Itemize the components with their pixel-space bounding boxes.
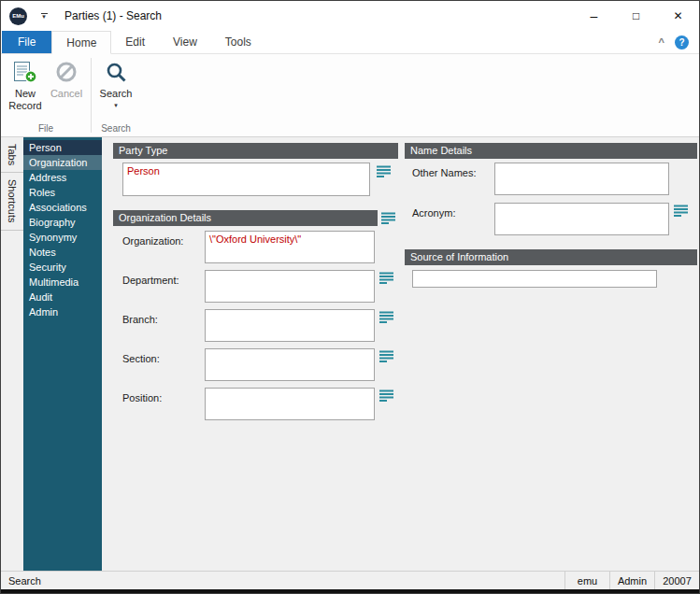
- sidebar-item-multimedia[interactable]: Multimedia: [23, 275, 102, 290]
- source-of-information-input[interactable]: [412, 270, 657, 288]
- field-row-position: Position:: [113, 388, 398, 421]
- field-row-department: Department:: [113, 270, 398, 304]
- status-cell-port: 20007: [654, 572, 699, 589]
- field-row-acronym: Acronym:: [405, 203, 697, 236]
- window-bottom-edge: [1, 589, 699, 593]
- acronym-label: Acronym:: [412, 207, 455, 219]
- sidebar-item-biography[interactable]: Biography: [23, 215, 102, 230]
- help-icon[interactable]: ?: [675, 35, 689, 50]
- lookup-list-icon[interactable]: [379, 350, 393, 362]
- sidebar-item-roles[interactable]: Roles: [23, 185, 102, 200]
- ribbon-body: New Record Cancel File: [1, 54, 699, 137]
- department-input[interactable]: [205, 270, 375, 303]
- sidebar-item-person[interactable]: Person: [23, 140, 102, 155]
- status-mode: Search: [1, 572, 41, 589]
- new-record-icon: [13, 61, 37, 85]
- organization-input[interactable]: \"Oxford University\": [205, 231, 375, 263]
- other-names-label: Other Names:: [412, 167, 476, 178]
- ribbon-tab-row: File Home Edit View Tools ^ ?: [1, 31, 699, 54]
- sidebar-item-admin[interactable]: Admin: [23, 304, 102, 319]
- section-label: Section:: [122, 353, 160, 364]
- section-header-source-of-information: Source of Information: [405, 249, 697, 265]
- ribbon-group-file: New Record Cancel File: [5, 54, 87, 136]
- lookup-list-icon[interactable]: [379, 311, 393, 323]
- cancel-label: Cancel: [50, 88, 82, 100]
- window-title: Parties (1) - Search: [64, 9, 162, 22]
- sidebar-item-synonymy[interactable]: Synonymy: [23, 230, 102, 245]
- lookup-list-icon[interactable]: [381, 212, 395, 224]
- sidebar-item-organization[interactable]: Organization: [23, 155, 102, 170]
- department-label: Department:: [122, 275, 179, 286]
- lookup-list-icon[interactable]: [674, 205, 688, 217]
- group-label-file: File: [5, 123, 87, 136]
- status-bar: Search emu Admin 20007: [1, 571, 699, 589]
- section-header-name-details: Name Details: [405, 143, 697, 159]
- app-logo-icon[interactable]: EMu: [9, 7, 27, 25]
- other-names-input[interactable]: [494, 163, 669, 195]
- side-tabstrip: Tabs Shortcuts: [1, 137, 23, 571]
- organization-label: Organization:: [122, 235, 183, 247]
- titlebar: EMu ▾ Parties (1) - Search – □ ✕: [1, 1, 699, 31]
- sidebar-item-notes[interactable]: Notes: [23, 245, 102, 260]
- section-header-party-type: Party Type: [113, 143, 398, 159]
- party-type-input[interactable]: Person: [122, 163, 370, 196]
- acronym-input[interactable]: [494, 203, 669, 235]
- field-row-organization: Organization: \"Oxford University\": [113, 231, 398, 264]
- search-button[interactable]: Search ▾: [95, 57, 136, 108]
- field-row-section: Section:: [113, 348, 398, 382]
- tabstrip-shortcuts-label: Shortcuts: [7, 179, 18, 222]
- ribbon-group-search: Search ▾ Search: [95, 54, 136, 136]
- tab-home[interactable]: Home: [51, 31, 111, 54]
- close-button[interactable]: ✕: [657, 1, 699, 31]
- lookup-list-icon[interactable]: [379, 272, 393, 284]
- main-area: Tabs Shortcuts Person Organization Addre…: [1, 137, 699, 571]
- status-cell-user: Admin: [609, 572, 654, 589]
- search-label: Search: [100, 88, 133, 100]
- window-controls: – □ ✕: [573, 1, 699, 31]
- ribbon-collapse-icon[interactable]: ^: [659, 37, 664, 47]
- tabstrip-shortcuts[interactable]: Shortcuts: [1, 172, 23, 230]
- sidebar-item-security[interactable]: Security: [23, 260, 102, 275]
- cancel-button: Cancel: [46, 57, 87, 100]
- tab-list-sidebar: Person Organization Address Roles Associ…: [23, 137, 102, 571]
- lookup-list-icon[interactable]: [377, 165, 391, 177]
- tab-view[interactable]: View: [159, 31, 211, 53]
- chevron-down-icon: ▾: [42, 14, 46, 20]
- tab-tools[interactable]: Tools: [211, 31, 265, 53]
- new-record-button[interactable]: New Record: [5, 57, 46, 111]
- group-label-search: Search: [95, 123, 136, 136]
- search-icon: [105, 61, 127, 85]
- ribbon-group-separator: [91, 58, 92, 133]
- position-label: Position:: [122, 392, 162, 403]
- tabstrip-tabs[interactable]: Tabs: [1, 137, 23, 172]
- branch-label: Branch:: [122, 314, 158, 325]
- tabstrip-tabs-label: Tabs: [7, 144, 18, 165]
- cancel-icon: [55, 61, 78, 85]
- maximize-button[interactable]: □: [615, 1, 657, 31]
- sidebar-item-audit[interactable]: Audit: [23, 290, 102, 304]
- sidebar-item-address[interactable]: Address: [23, 170, 102, 185]
- emu-window: EMu ▾ Parties (1) - Search – □ ✕ File Ho…: [0, 0, 700, 594]
- status-cell-environment: emu: [564, 572, 609, 589]
- new-record-label: New Record: [5, 88, 46, 111]
- minimize-button[interactable]: –: [573, 1, 615, 31]
- quick-access-dropdown[interactable]: ▾: [37, 13, 50, 20]
- tab-file[interactable]: File: [2, 31, 51, 53]
- form-content: Party Type Person Organization Details O…: [102, 137, 699, 571]
- position-input[interactable]: [205, 388, 375, 420]
- field-row-other-names: Other Names:: [405, 163, 697, 196]
- sidebar-item-associations[interactable]: Associations: [23, 200, 102, 215]
- section-header-organization-details: Organization Details: [113, 210, 378, 226]
- tab-edit[interactable]: Edit: [111, 31, 159, 53]
- branch-input[interactable]: [205, 309, 375, 342]
- section-input[interactable]: [205, 348, 375, 381]
- lookup-list-icon[interactable]: [379, 389, 393, 402]
- search-dropdown-icon[interactable]: ▾: [114, 103, 118, 108]
- field-row-branch: Branch:: [113, 309, 398, 343]
